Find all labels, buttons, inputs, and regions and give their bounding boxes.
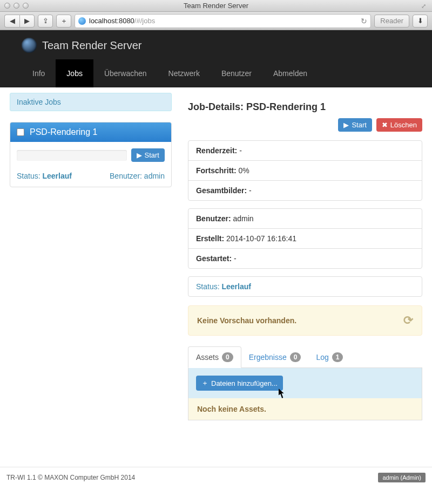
job-start-button[interactable]: ▶ Start (131, 148, 165, 162)
mac-titlebar: Team Render Server ⤢ (0, 0, 432, 12)
row-erstellt: Erstellt: 2014-10-07 16:16:41 (188, 229, 422, 249)
user-badge[interactable]: admin (Admin) (378, 473, 426, 482)
plus-icon: ＋ (201, 378, 208, 388)
page-body: Inaktive Jobs PSD-Rendering 1 ▶ Start St… (0, 87, 432, 440)
sidebar: Inaktive Jobs PSD-Rendering 1 ▶ Start St… (10, 93, 172, 429)
row-gestartet: Gestartet: - (188, 249, 422, 268)
app-brand: Team Render Server (0, 38, 432, 53)
delete-icon: ✖ (382, 121, 388, 129)
share-button[interactable]: ⇪ (38, 15, 53, 28)
row-renderzeit: Renderzeit: - (188, 141, 422, 161)
status-box: Status: Leerlauf (188, 276, 422, 297)
nav-network[interactable]: Netzwerk (158, 59, 211, 87)
no-preview-box: Keine Vorschau vorhanden. ⟳ (188, 305, 422, 336)
job-start-label: Start (145, 151, 159, 159)
copyright: TR-WI 1.1 © MAXON Computer GmbH 2014 (6, 474, 135, 481)
no-assets-msg: Noch keine Assets. (188, 398, 422, 420)
main-nav: Info Jobs Überwachen Netzwerk Benutzer A… (0, 59, 432, 87)
job-card-header[interactable]: PSD-Rendering 1 (10, 122, 171, 142)
row-gesamtbilder: Gesamtbilder: - (188, 181, 422, 200)
assets-pane: ＋ Dateien hinzufügen... Noch keine Asset… (188, 368, 422, 420)
row-benutzer: Benutzer: admin (188, 209, 422, 229)
job-checkbox[interactable] (17, 128, 24, 136)
details-start-button[interactable]: ▶ Start (338, 118, 372, 132)
app-header: Team Render Server Info Jobs Überwachen … (0, 30, 432, 87)
tab-log[interactable]: Log 1 (308, 346, 350, 367)
back-button[interactable]: ◀ (4, 15, 19, 28)
nav-logout[interactable]: Abmelden (262, 59, 318, 87)
url-host: localhost:8080 (89, 17, 134, 25)
browser-toolbar: ◀ ▶ ⇪ ＋ localhost:8080 /#/jobs ↻ Reader … (0, 12, 432, 30)
add-files-button[interactable]: ＋ Dateien hinzufügen... (196, 376, 283, 391)
url-path: /#/jobs (134, 17, 155, 25)
tab-assets[interactable]: Assets 0 (188, 346, 241, 368)
details-title: Job-Details: PSD-Rendering 1 (188, 101, 422, 113)
nav-monitor[interactable]: Überwachen (93, 59, 158, 87)
job-user: Benutzer: admin (110, 172, 165, 180)
job-title: PSD-Rendering 1 (30, 127, 97, 137)
play-icon: ▶ (137, 151, 142, 159)
job-status: Status: Leerlauf (17, 172, 72, 180)
reader-button[interactable]: Reader (374, 15, 409, 28)
details-delete-button[interactable]: ✖ Löschen (376, 118, 422, 132)
details-tabs: Assets 0 Ergebnisse 0 Log 1 (188, 346, 422, 368)
globe-icon (78, 17, 86, 25)
downloads-button[interactable]: ⬇ (413, 15, 428, 28)
no-preview-label: Keine Vorschau vorhanden. (197, 316, 296, 325)
address-bar[interactable]: localhost:8080 /#/jobs ↻ (75, 14, 371, 28)
nav-users[interactable]: Benutzer (211, 59, 262, 87)
row-fortschritt: Fortschritt: 0% (188, 161, 422, 181)
upload-area: ＋ Dateien hinzufügen... (188, 368, 422, 398)
meta-info-box: Benutzer: admin Erstellt: 2014-10-07 16:… (188, 208, 422, 269)
details-panel: Job-Details: PSD-Rendering 1 ▶ Start ✖ L… (188, 93, 422, 429)
tab-results[interactable]: Ergebnisse 0 (241, 346, 309, 367)
brand-icon (22, 38, 37, 53)
window-title: Team Render Server (0, 2, 432, 10)
refresh-icon[interactable]: ⟳ (403, 314, 413, 328)
forward-button[interactable]: ▶ (19, 15, 35, 28)
add-button[interactable]: ＋ (56, 15, 71, 28)
render-info-box: Renderzeit: - Fortschritt: 0% Gesamtbild… (188, 140, 422, 201)
inactive-jobs-bar[interactable]: Inaktive Jobs (10, 93, 172, 111)
reload-icon[interactable]: ↻ (361, 17, 367, 25)
brand-title: Team Render Server (42, 39, 142, 52)
page-footer: TR-WI 1.1 © MAXON Computer GmbH 2014 adm… (0, 467, 432, 488)
nav-jobs[interactable]: Jobs (56, 59, 93, 87)
play-icon: ▶ (343, 121, 349, 129)
progress-bar (17, 150, 127, 161)
job-card: PSD-Rendering 1 ▶ Start Status: Leerlauf… (10, 122, 172, 187)
nav-info[interactable]: Info (22, 59, 56, 87)
